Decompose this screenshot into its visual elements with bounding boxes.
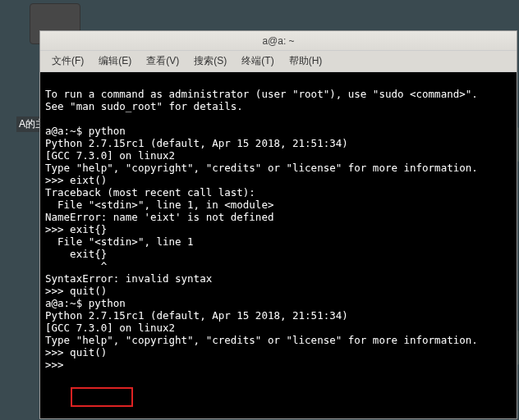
window-title: a@a: ~: [262, 35, 294, 47]
terminal-line: >>> eixt(): [45, 174, 107, 186]
terminal-line: Traceback (most recent call last):: [45, 186, 255, 199]
terminal-output[interactable]: To run a command as administrator (user …: [40, 72, 517, 418]
terminal-line: Type "help", "copyright", "credits" or "…: [45, 334, 478, 346]
menu-edit[interactable]: 编辑(E): [92, 52, 138, 71]
annotation-highlight-box: [71, 387, 133, 407]
menu-search[interactable]: 搜索(S): [187, 52, 233, 71]
menu-file[interactable]: 文件(F): [45, 52, 90, 71]
terminal-line: Type "help", "copyright", "credits" or "…: [45, 162, 478, 174]
terminal-line: >>> quit(): [45, 285, 107, 297]
terminal-line: NameError: name 'eixt' is not defined: [45, 211, 273, 223]
terminal-line: ^: [45, 260, 107, 272]
terminal-window: a@a: ~ 文件(F) 编辑(E) 查看(V) 搜索(S) 终端(T) 帮助(…: [39, 30, 517, 419]
terminal-line: a@a:~$ python: [45, 125, 126, 137]
window-titlebar[interactable]: a@a: ~: [40, 31, 517, 51]
terminal-line: File "<stdin>", line 1, in <module>: [45, 199, 273, 211]
terminal-line: >>> exit{}: [45, 223, 107, 235]
terminal-line: [GCC 7.3.0] on linux2: [45, 322, 175, 334]
terminal-line: >>>: [45, 358, 64, 371]
terminal-line: Python 2.7.15rc1 (default, Apr 15 2018, …: [45, 309, 348, 322]
terminal-line: [GCC 7.3.0] on linux2: [45, 149, 175, 162]
menu-terminal[interactable]: 终端(T): [235, 52, 280, 71]
terminal-line: File "<stdin>", line 1: [45, 235, 194, 248]
menubar: 文件(F) 编辑(E) 查看(V) 搜索(S) 终端(T) 帮助(H): [40, 51, 517, 72]
terminal-line: See "man sudo_root" for details.: [45, 100, 243, 112]
terminal-line: SyntaxError: invalid syntax: [45, 272, 212, 285]
terminal-line: >>> quit(): [45, 346, 107, 358]
menu-view[interactable]: 查看(V): [140, 52, 186, 71]
terminal-line: To run a command as administrator (user …: [45, 88, 478, 100]
menu-help[interactable]: 帮助(H): [282, 52, 329, 71]
terminal-line: exit{}: [45, 248, 107, 260]
terminal-line: a@a:~$ python: [45, 297, 126, 309]
desktop-background: A的主文件夹 a@a: ~ 文件(F) 编辑(E) 查看(V) 搜索(S) 终端…: [0, 0, 519, 420]
terminal-line: Python 2.7.15rc1 (default, Apr 15 2018, …: [45, 137, 348, 149]
